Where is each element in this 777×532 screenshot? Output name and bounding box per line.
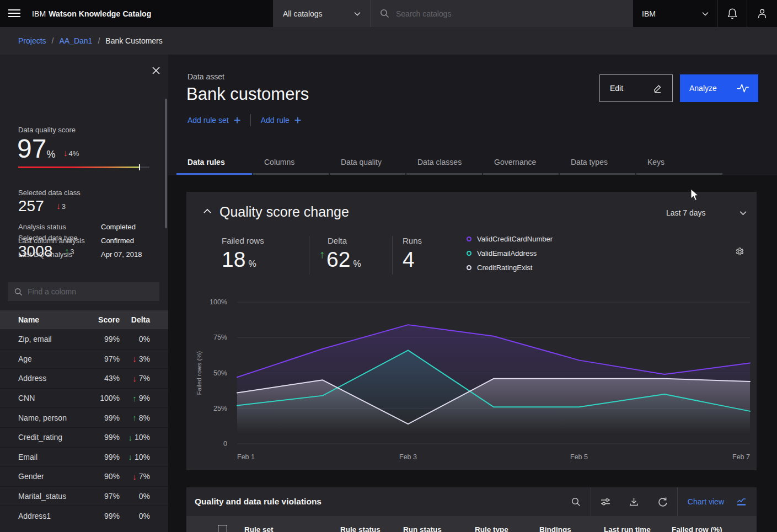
violations-title: Quality and data rule violations [186,497,562,507]
violations-column-run-status[interactable]: Run status [403,525,475,532]
tab-keys[interactable]: Keys [636,149,724,175]
add-rule-button[interactable]: Add rule [261,116,301,125]
stat-delta: Delta ↑ 62 % [309,236,392,270]
stat-label: Runs [403,236,422,245]
violations-column-bindings[interactable]: Bindings [539,525,604,532]
collapse-chevron-icon[interactable] [203,208,212,214]
edit-button[interactable]: Edit [599,74,673,102]
sidebar-scrollbar[interactable] [165,99,167,228]
search-input[interactable] [396,9,624,18]
header-delta: Delta [120,315,168,324]
menu-icon[interactable] [8,7,20,19]
activity-icon [737,83,749,93]
tab-governance[interactable]: Governance [483,149,560,175]
brand-prefix: IBM [32,9,46,18]
column-score-row[interactable]: Name, person 99% ↑8% [0,407,168,427]
svg-text:75%: 75% [213,334,227,341]
tab-label: Columns [264,158,294,166]
column-score-row[interactable]: Address1 99% 0% [0,506,168,525]
column-score-row[interactable]: Email 99% ↓10% [0,447,168,467]
legend-item: ValidCreditCardNumber [467,235,553,243]
analysis-meta-row: Last column analysis Confirmed [18,234,155,248]
tab-label: Data rules [187,158,225,166]
stat-value: 4 [403,249,415,270]
column-score-row[interactable]: Gender 90% ↓7% [0,466,168,486]
column-score-row[interactable]: Address 43% ↓7% [0,368,168,388]
violations-column-rule-type[interactable]: Rule type [475,525,539,532]
column-name: CNN [0,394,85,402]
date-range-dropdown[interactable]: Last 7 days [666,208,747,217]
column-score-row[interactable]: Age 97% ↓3% [0,349,168,369]
app-brand: IBM Watson Knowledge Catalog [32,0,151,27]
column-score-row[interactable]: CNN 100% ↑9% [0,388,168,408]
user-icon [757,8,768,19]
brand-name: Watson Knowledge Catalog [49,9,151,18]
column-delta: 0% [139,335,150,343]
analyze-button[interactable]: Analyze [680,74,758,102]
violations-column-last-run-time[interactable]: Last run time [604,525,672,532]
chart-view-label: Chart view [688,497,724,506]
column-delta: 10% [135,453,150,461]
column-score-row[interactable]: Zip, email 99% 0% [0,329,168,349]
breadcrumb-projects-link[interactable]: Projects [18,36,46,45]
breadcrumb-project-link[interactable]: AA_Dan1 [59,36,92,45]
chevron-down-icon [702,12,709,16]
meta-value: Apr 07, 2018 [101,248,142,261]
account-dropdown[interactable]: IBM [633,0,717,27]
panel-title: Quality score change [219,204,349,220]
svg-text:Feb 5: Feb 5 [570,453,588,461]
divider [250,114,251,126]
tab-columns[interactable]: Columns [253,149,330,175]
column-delta: 0% [139,492,150,501]
tab-data-quality[interactable]: Data quality [330,149,406,175]
gear-icon[interactable] [735,247,744,256]
trend-down-icon: ↓ [132,472,137,481]
table-search-button[interactable] [562,487,591,516]
violations-column-rule-status[interactable]: Rule status [340,525,403,532]
violations-column-failed-row-[interactable]: Failed row (%) [672,525,722,532]
column-name: Name, person [0,413,85,422]
stat-unit: % [248,260,256,270]
select-all-checkbox[interactable] [218,525,227,532]
search-icon [14,288,23,296]
download-icon [629,497,639,507]
column-name: Address1 [0,512,85,520]
column-score: 99% [85,433,120,442]
column-scores-header: Name Score Delta [0,310,168,329]
top-header-bar: IBM Watson Knowledge Catalog All catalog… [0,0,777,27]
asset-header: Data asset Bank customers Add rule set A… [168,55,777,175]
notifications-button[interactable] [717,0,747,27]
catalog-scope-dropdown[interactable]: All catalogs [273,0,371,27]
column-score-row[interactable]: Marital_status 97% 0% [0,486,168,506]
add-rule-set-button[interactable]: Add rule set [187,116,240,125]
add-rule-set-label: Add rule set [187,116,229,125]
edit-button-label: Edit [610,84,623,93]
trend-up-icon: ↑ [319,249,325,260]
user-profile-button[interactable] [747,0,777,27]
close-icon[interactable] [150,65,162,77]
tab-data-types[interactable]: Data types [560,149,636,175]
column-name: Age [0,354,85,363]
chart-view-toggle[interactable]: Chart view [678,497,757,507]
legend-label: CreditRatingExist [477,264,532,272]
column-delta: 3% [139,354,150,363]
svg-text:100%: 100% [210,298,227,306]
column-score-row[interactable]: Credit_rating 99% ↓10% [0,427,168,447]
trend-down-icon: ↓ [132,374,137,383]
trend-up-icon: ↑ [132,413,137,422]
tab-label: Governance [494,158,536,166]
violations-column-rule-set[interactable]: Rule set [227,525,340,532]
column-score: 97% [85,492,120,501]
filter-settings-button[interactable] [591,487,620,516]
data-class-label: Selected data class [18,189,81,197]
breadcrumb-separator: / [52,36,54,45]
column-name: Gender [0,472,85,481]
tab-data-rules[interactable]: Data rules [176,149,253,175]
tab-data-classes[interactable]: Data classes [406,149,483,175]
download-button[interactable] [620,487,649,516]
reset-refresh-button[interactable] [649,487,677,516]
column-name: Marital_status [0,492,85,501]
meta-label: Last column analysis [18,234,101,248]
find-column-input[interactable] [28,287,153,296]
trend-down-icon: ↓ [128,433,132,442]
